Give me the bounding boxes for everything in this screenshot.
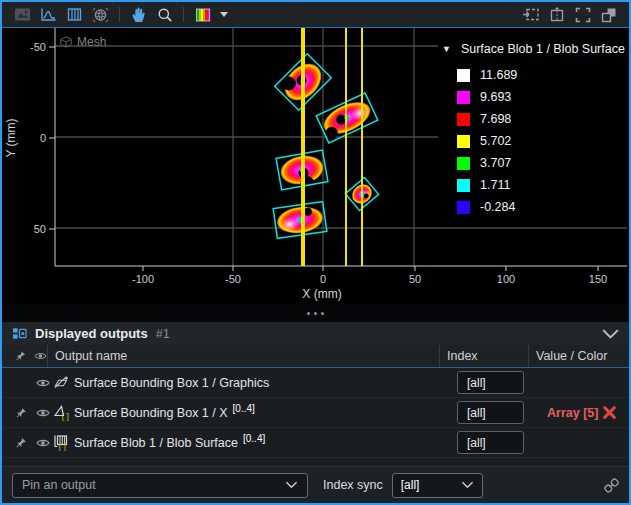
- legend-color-swatch: [457, 201, 470, 214]
- visibility-column-icon: [34, 351, 47, 361]
- svg-text:-50: -50: [30, 41, 46, 53]
- index-sync-value: [all]: [401, 478, 420, 492]
- legend-entry: 7.698: [442, 108, 627, 130]
- svg-text:Y (mm): Y (mm): [4, 118, 18, 157]
- svg-text:100: 100: [497, 273, 515, 285]
- column-output-name: Output name: [47, 345, 439, 367]
- output-name-text: Surface Blob 1 / Blob Surface: [74, 436, 238, 450]
- legend-color-swatch: [457, 179, 470, 192]
- surface-array-icon: []: [52, 434, 69, 451]
- bounding-box-x-marker-line: [345, 28, 347, 266]
- view-3d-icon[interactable]: [88, 3, 113, 26]
- svg-text:-50: -50: [225, 273, 241, 285]
- index-sync-label: Index sync: [323, 478, 383, 492]
- output-index-range: [0..4]: [233, 403, 255, 414]
- image-view-icon[interactable]: [10, 3, 35, 26]
- legend-value: 7.698: [480, 112, 511, 126]
- legend-value: 1.711: [480, 178, 510, 192]
- surface-plot[interactable]: -100-50050100150-50050X (mm)Y (mm) Mesh …: [2, 28, 629, 304]
- legend-entry: 1.711: [442, 174, 627, 196]
- output-name-text: Surface Bounding Box 1 / X: [74, 406, 228, 420]
- blob-with-bounding-box: [273, 202, 327, 239]
- pin-icon[interactable]: [15, 437, 27, 449]
- mesh-mode-label: Mesh: [60, 35, 106, 49]
- legend-value: 11.689: [480, 68, 517, 82]
- index-sync-chevron-icon[interactable]: [461, 481, 474, 489]
- measurement-array-icon: []: [52, 404, 69, 421]
- svg-text:0: 0: [40, 132, 46, 144]
- svg-text:50: 50: [409, 273, 421, 285]
- panel-splitter-handle[interactable]: [2, 304, 629, 322]
- column-index: Index: [439, 345, 528, 367]
- output-row[interactable]: []Surface Blob 1 / Blob Surface[0..4][al…: [2, 428, 629, 458]
- legend-color-swatch: [457, 69, 470, 82]
- surface-view-icon[interactable]: [62, 3, 87, 26]
- layout-icon[interactable]: [596, 3, 621, 26]
- pin-output-chevron-icon[interactable]: [285, 481, 298, 489]
- output-row[interactable]: []Surface Bounding Box 1 / X[0..4][all]A…: [2, 398, 629, 428]
- svg-text:-100: -100: [132, 273, 154, 285]
- legend-entry: 9.693: [442, 86, 627, 108]
- toolbar-separator: [183, 7, 184, 22]
- svg-text:X (mm): X (mm): [302, 287, 341, 301]
- index-all-button[interactable]: [all]: [457, 401, 524, 424]
- legend-entry: 11.689: [442, 64, 627, 86]
- fullscreen-icon[interactable]: [570, 3, 595, 26]
- legend-value: 5.702: [480, 134, 511, 148]
- legend-entry: -0.284: [442, 196, 627, 218]
- app-window: -100-50050100150-50050X (mm)Y (mm) Mesh …: [0, 0, 631, 505]
- toolbar-separator: [119, 7, 120, 22]
- legend-entry: 3.707: [442, 152, 627, 174]
- legend-color-swatch: [457, 91, 470, 104]
- index-all-button[interactable]: [all]: [457, 371, 524, 394]
- svg-text:[]: []: [58, 444, 68, 452]
- pin-icon[interactable]: [15, 407, 27, 419]
- output-index-range: [0..4]: [243, 433, 265, 444]
- svg-text:50: 50: [34, 223, 46, 235]
- remove-output-icon[interactable]: [602, 405, 617, 420]
- pan-tool-icon[interactable]: [126, 3, 151, 26]
- colormap-icon[interactable]: [190, 3, 215, 26]
- pin-output-placeholder: Pin an output: [22, 478, 96, 492]
- legend-color-swatch: [457, 113, 470, 126]
- bounding-box-x-marker-line: [361, 28, 363, 266]
- svg-text:150: 150: [589, 273, 607, 285]
- pin-column-icon: [15, 350, 26, 362]
- displayed-outputs-icon: [12, 326, 27, 341]
- fit-width-icon[interactable]: [518, 3, 543, 26]
- legend-collapse-icon[interactable]: ▼: [442, 44, 451, 54]
- index-all-button[interactable]: [all]: [457, 431, 524, 454]
- svg-text:[]: []: [61, 413, 70, 421]
- output-name-text: Surface Bounding Box 1 / Graphics: [74, 376, 269, 390]
- mesh-cube-icon: [60, 36, 72, 48]
- index-sync-dropdown[interactable]: [all]: [392, 473, 483, 498]
- output-row[interactable]: Surface Bounding Box 1 / Graphics[all]: [2, 368, 629, 398]
- outputs-panel-badge: #1: [156, 327, 170, 341]
- outputs-panel-header[interactable]: Displayed outputs #1: [2, 322, 629, 345]
- fit-height-icon[interactable]: [544, 3, 569, 26]
- colormap-dropdown-arrow-icon[interactable]: [218, 3, 230, 26]
- mesh-label-text: Mesh: [77, 35, 106, 49]
- collapse-panel-chevron-icon[interactable]: [602, 325, 619, 343]
- legend-color-swatch: [457, 135, 470, 148]
- displayed-outputs-panel: Displayed outputs #1 Output name Index V…: [2, 322, 629, 503]
- graphics-icon: [52, 375, 70, 390]
- svg-text:0: 0: [320, 273, 326, 285]
- pin-output-combobox[interactable]: Pin an output: [12, 473, 308, 498]
- color-legend: ▼ Surface Blob 1 / Blob Surface 11.6899.…: [438, 36, 627, 226]
- display-toolbar: [2, 2, 629, 28]
- legend-value: -0.284: [480, 200, 515, 214]
- legend-value: 3.707: [480, 156, 511, 170]
- legend-entry: 5.702: [442, 130, 627, 152]
- legend-value: 9.693: [480, 90, 511, 104]
- value-array-text: Array [5]: [547, 406, 598, 420]
- outputs-panel-title: Displayed outputs: [35, 326, 148, 341]
- outputs-table-header: Output name Index Value / Color: [2, 345, 629, 368]
- link-icon[interactable]: [604, 478, 619, 493]
- legend-title[interactable]: ▼ Surface Blob 1 / Blob Surface: [442, 42, 627, 56]
- profile-view-icon[interactable]: [36, 3, 61, 26]
- bounding-box-x-marker-line: [301, 28, 305, 266]
- column-value-color: Value / Color: [528, 345, 629, 367]
- zoom-tool-icon[interactable]: [152, 3, 177, 26]
- outputs-bottom-bar: Pin an output Index sync [all]: [2, 466, 629, 503]
